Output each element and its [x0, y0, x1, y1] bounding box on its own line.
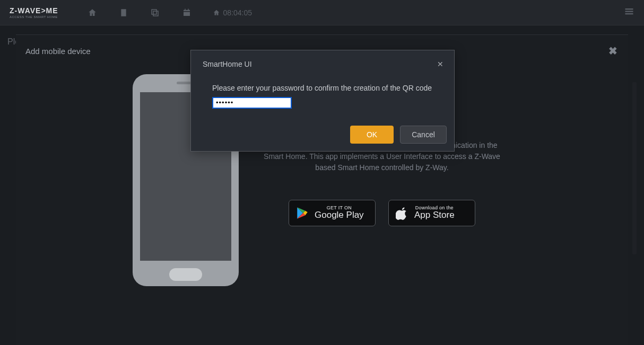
apple-icon: [395, 206, 409, 220]
google-play-badge[interactable]: GET IT ON Google Play: [289, 200, 376, 226]
brand-main: Z-WAVE>ME: [10, 6, 58, 15]
brand-sub: ACCESS THE SMART HOME: [10, 15, 58, 19]
brand-logo[interactable]: Z-WAVE>ME ACCESS THE SMART HOME: [10, 7, 58, 19]
svg-rect-4: [625, 13, 633, 14]
svg-rect-3: [625, 11, 633, 12]
clock-display: 08:04:05: [213, 8, 253, 17]
dialog-title: SmartHome UI: [203, 60, 252, 68]
copy-icon[interactable]: [150, 8, 160, 17]
app-store-badge[interactable]: Download on the App Store: [388, 200, 475, 226]
calendar-icon[interactable]: [182, 8, 192, 17]
modal-close-icon[interactable]: ✖: [608, 45, 617, 57]
hamburger-menu-icon[interactable]: [624, 7, 634, 19]
dialog-close-icon[interactable]: ✕: [437, 60, 443, 68]
cancel-button[interactable]: Cancel: [400, 126, 447, 144]
building-icon[interactable]: [119, 8, 128, 17]
dialog-message: Please enter your password to confirm th…: [212, 83, 433, 94]
google-play-icon: [295, 206, 309, 220]
home-icon[interactable]: [88, 8, 97, 17]
top-navbar: Z-WAVE>ME ACCESS THE SMART HOME 08:04:05: [0, 0, 644, 25]
nav-icon-group: [88, 8, 192, 17]
svg-rect-0: [153, 11, 158, 16]
modal-title: Add mobile device: [25, 47, 91, 56]
app-store-line2: App Store: [414, 210, 455, 220]
svg-rect-1: [152, 10, 156, 14]
password-input[interactable]: [212, 97, 292, 109]
clock-text: 08:04:05: [223, 8, 253, 17]
password-confirm-dialog: SmartHome UI ✕ Please enter your passwor…: [190, 50, 455, 152]
clock-home-icon: [213, 9, 220, 16]
svg-rect-2: [625, 8, 633, 10]
ok-button[interactable]: OK: [350, 126, 394, 144]
background-scrollbar: [632, 82, 637, 254]
google-play-line2: Google Play: [315, 210, 364, 220]
